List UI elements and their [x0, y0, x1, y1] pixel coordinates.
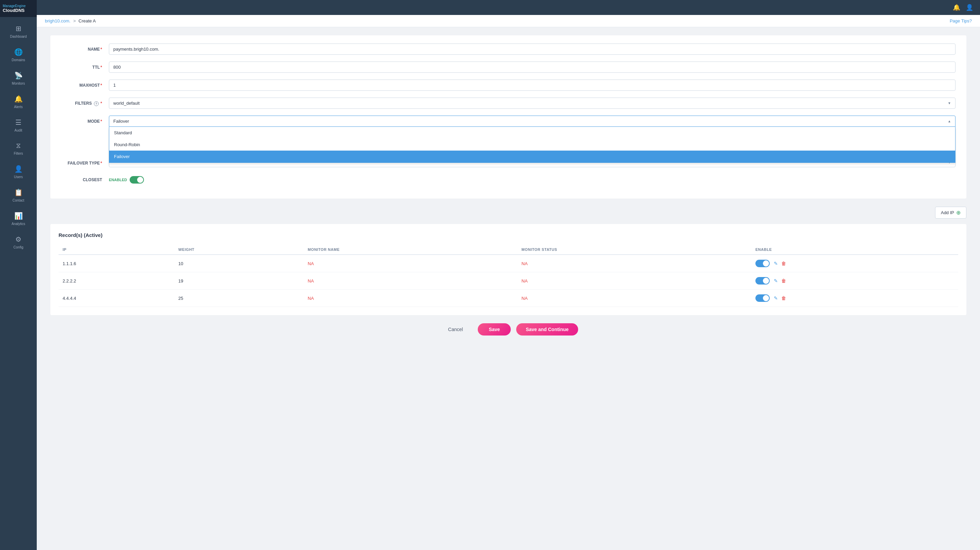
audit-icon: ☰ [15, 118, 21, 127]
cancel-button[interactable]: Cancel [439, 323, 473, 336]
mode-dropdown-arrow: ▲ [948, 119, 951, 123]
sidebar-label-filters: Filters [14, 152, 23, 155]
topbar-icons: 🔔 👤 [953, 4, 973, 11]
name-label: NAME* [61, 43, 109, 52]
sidebar-item-domains[interactable]: 🌐 Domains [0, 43, 37, 67]
mode-required: * [100, 119, 102, 124]
filters-row: FILTERS ? * world_default ▼ [61, 98, 956, 109]
sidebar-label-domains: Domains [11, 58, 25, 62]
sidebar-item-analytics[interactable]: 📊 Analytics [0, 207, 37, 230]
cell-monitor-status-1: NA [517, 272, 751, 290]
mode-option-standard[interactable]: Standard [109, 127, 955, 139]
row-toggle-1[interactable] [756, 277, 770, 285]
mode-row: MODE* Failover ▲ Standard Round-Robin Fa… [61, 116, 956, 127]
notification-icon[interactable]: 🔔 [953, 4, 960, 11]
form-section: NAME* TTL* MAXHOST* FIL [50, 35, 966, 198]
closest-toggle-wrapper: ENABLED [109, 174, 144, 184]
action-icons-2: ✎ 🗑 [774, 295, 786, 301]
maxhost-row: MAXHOST* [61, 79, 956, 91]
mode-dropdown[interactable]: Failover ▲ [109, 116, 956, 127]
sidebar-label-users: Users [14, 175, 23, 179]
maxhost-label: MAXHOST* [61, 79, 109, 88]
table-row: 1.1.1.6 10 NA NA ✎ 🗑 [59, 255, 958, 272]
delete-icon-2[interactable]: 🗑 [781, 295, 786, 301]
sidebar-label-monitors: Monitors [12, 82, 25, 85]
main-container: 🔔 👤 brigh10.com. > Create A Page Tips? N… [37, 0, 980, 550]
cell-monitor-name-0: NA [304, 255, 517, 272]
closest-label: CLOSEST [61, 174, 109, 182]
user-avatar[interactable]: 👤 [966, 4, 973, 11]
filters-dropdown[interactable]: world_default ▼ [109, 98, 956, 109]
breadcrumb-separator: > [73, 18, 76, 24]
name-required: * [100, 47, 102, 52]
sidebar-item-users[interactable]: 👤 Users [0, 160, 37, 184]
save-continue-button[interactable]: Save and Continue [516, 323, 578, 336]
table-row: 2.2.2.2 19 NA NA ✎ 🗑 [59, 272, 958, 290]
ttl-input[interactable] [109, 62, 956, 73]
action-icons-0: ✎ 🗑 [774, 261, 786, 266]
alerts-icon: 🔔 [14, 95, 23, 103]
filters-dropdown-wrapper: world_default ▼ [109, 98, 956, 109]
mode-dropdown-menu: Standard Round-Robin Failover [109, 127, 956, 163]
sidebar-item-config[interactable]: ⚙ Config [0, 230, 37, 254]
users-icon: 👤 [14, 165, 23, 173]
failover-type-required: * [100, 161, 102, 166]
sidebar-label-analytics: Analytics [11, 222, 25, 226]
cell-monitor-name-1: NA [304, 272, 517, 290]
sidebar-item-monitors[interactable]: 📡 Monitors [0, 67, 37, 90]
cell-weight-0: 10 [174, 255, 304, 272]
cell-weight-1: 19 [174, 272, 304, 290]
sidebar-item-alerts[interactable]: 🔔 Alerts [0, 90, 37, 114]
filters-help-icon[interactable]: ? [94, 101, 99, 106]
sidebar-item-filters[interactable]: ⧖ Filters [0, 137, 37, 160]
delete-icon-1[interactable]: 🗑 [781, 278, 786, 284]
filters-required: * [100, 101, 102, 106]
mode-option-failover[interactable]: Failover [109, 151, 955, 162]
edit-icon-0[interactable]: ✎ [774, 261, 778, 266]
mode-option-round-robin[interactable]: Round-Robin [109, 139, 955, 151]
add-ip-container: Add IP ⊕ [50, 207, 966, 219]
footer-actions: Cancel Save Save and Continue [50, 315, 966, 344]
sidebar-item-dashboard[interactable]: ⊞ Dashboard [0, 20, 37, 43]
col-enable: ENABLE [751, 245, 958, 255]
sidebar-item-contact[interactable]: 📋 Contact [0, 184, 37, 207]
sidebar-label-alerts: Alerts [14, 105, 23, 109]
edit-icon-2[interactable]: ✎ [774, 295, 778, 301]
breadcrumb-current: Create A [79, 18, 96, 24]
delete-icon-0[interactable]: 🗑 [781, 261, 786, 266]
cell-enable-1: ✎ 🗑 [751, 272, 958, 290]
sidebar-label-contact: Contact [13, 198, 24, 202]
col-monitor-status: MONITOR STATUS [517, 245, 751, 255]
plus-icon: ⊕ [956, 209, 961, 216]
sidebar-item-audit[interactable]: ☰ Audit [0, 114, 37, 137]
dashboard-icon: ⊞ [16, 24, 21, 33]
cell-monitor-status-0: NA [517, 255, 751, 272]
save-button[interactable]: Save [478, 323, 511, 336]
filters-dropdown-arrow: ▼ [948, 101, 951, 105]
breadcrumb-parent[interactable]: brigh10.com. [45, 18, 70, 24]
closest-toggle[interactable] [130, 176, 144, 184]
brand-name: ManageEngine [3, 4, 25, 8]
add-ip-button[interactable]: Add IP ⊕ [935, 207, 966, 219]
records-section: Record(s) (Active) IP WEIGHT MONITOR NAM… [50, 224, 966, 315]
page-tips-link[interactable]: Page Tips? [950, 18, 972, 24]
app-logo: ManageEngine CloudDNS [0, 0, 37, 17]
filters-label: FILTERS ? * [61, 98, 109, 106]
col-weight: WEIGHT [174, 245, 304, 255]
cell-ip-2: 4.4.4.4 [59, 290, 174, 307]
maxhost-input[interactable] [109, 79, 956, 91]
cell-ip-0: 1.1.1.6 [59, 255, 174, 272]
row-toggle-2[interactable] [756, 294, 770, 302]
closest-toggle-label: ENABLED [109, 178, 127, 182]
mode-value: Failover [113, 119, 129, 124]
sidebar-label-dashboard: Dashboard [10, 35, 27, 38]
records-title: Record(s) (Active) [59, 232, 958, 238]
breadcrumb-bar: brigh10.com. > Create A Page Tips? [37, 15, 980, 27]
name-row: NAME* [61, 43, 956, 55]
edit-icon-1[interactable]: ✎ [774, 278, 778, 284]
sidebar-label-config: Config [14, 246, 24, 249]
row-toggle-0[interactable] [756, 260, 770, 267]
failover-type-label: FAILOVER TYPE* [61, 157, 109, 166]
product-name: CloudDNS [3, 8, 24, 13]
name-input[interactable] [109, 43, 956, 55]
